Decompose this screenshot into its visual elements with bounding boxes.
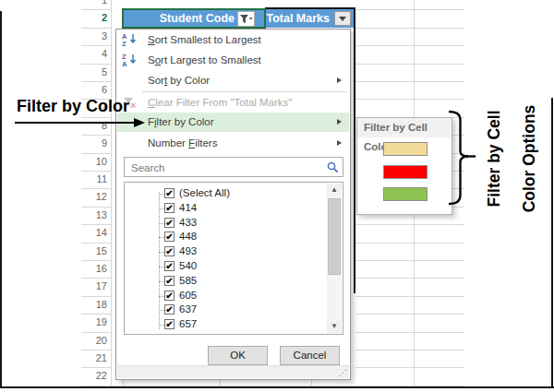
gridline <box>355 81 464 82</box>
checkbox-checked[interactable]: ✔ <box>164 218 175 228</box>
checkbox-checked[interactable]: ✔ <box>164 246 175 256</box>
annotation-line-1: Filter by Cell <box>476 94 512 223</box>
filter-value-row[interactable]: ✔433 <box>125 216 323 231</box>
checkbox-checked[interactable]: ✔ <box>164 232 175 242</box>
filter-value-label: 657 <box>179 317 197 332</box>
gridline <box>355 243 464 244</box>
row-number-17[interactable]: 17 <box>81 278 107 295</box>
row-number-3[interactable]: 3 <box>81 28 107 45</box>
cell-color-swatch-tan[interactable] <box>383 142 428 156</box>
menu-item-label: Sort Smallest to Largest <box>148 30 261 50</box>
gridline <box>355 28 464 29</box>
filter-value-label: 493 <box>179 244 197 259</box>
ok-button[interactable]: OK <box>208 346 268 365</box>
table-top-border <box>265 7 355 9</box>
row-number-4[interactable]: 4 <box>81 45 107 63</box>
menu-separator <box>142 91 347 92</box>
filter-value-row[interactable]: ✔(Select All) <box>125 186 323 201</box>
row-number-11[interactable]: 11 <box>81 171 107 188</box>
row-number-16[interactable]: 16 <box>81 260 107 278</box>
gridline <box>355 99 464 100</box>
checkbox-checked[interactable]: ✔ <box>164 203 175 213</box>
row-number-2[interactable]: 2 <box>81 9 107 27</box>
checkbox-checked[interactable]: ✔ <box>164 261 175 271</box>
filter-value-row[interactable]: ✔540 <box>125 259 323 274</box>
filter-value-label: 637 <box>179 303 197 317</box>
filter-value-row[interactable]: ✔493 <box>125 244 323 259</box>
row-number-20[interactable]: 20 <box>81 332 107 350</box>
row-number-18[interactable]: 18 <box>81 296 107 314</box>
panel-footer: ⋰ <box>117 365 349 378</box>
checkbox-checked[interactable]: ✔ <box>164 304 175 315</box>
frame-left-border <box>0 11 2 388</box>
scroll-down-arrow[interactable]: ▼ <box>327 320 342 333</box>
filter-value-row[interactable]: ✔704 <box>125 332 323 335</box>
checkbox-checked[interactable]: ✔ <box>164 188 175 198</box>
filter-value-label: 605 <box>179 289 197 303</box>
list-scrollbar[interactable]: ▲ ▼ <box>327 184 342 333</box>
filter-value-row[interactable]: ✔657 <box>125 317 323 332</box>
filter-value-row[interactable]: ✔448 <box>125 230 323 244</box>
checkbox-checked[interactable]: ✔ <box>164 334 175 335</box>
annotation-filter-by-color: Filter by Color <box>17 97 129 116</box>
annotation-line-2: Color Options <box>512 94 547 223</box>
checkbox-checked[interactable]: ✔ <box>164 276 175 286</box>
filter-value-label: 433 <box>179 216 197 231</box>
menu-item-sort-by-color[interactable]: Sort by Color <box>117 71 349 90</box>
header-label: Total Marks <box>266 12 330 25</box>
menu-item-sort-largest-to-smallest[interactable]: ZASort Largest to Smallest <box>117 51 349 70</box>
menu-item-filter-by-color[interactable]: Filter by Color <box>117 113 349 132</box>
scroll-thumb[interactable] <box>328 198 341 275</box>
menu-item-label: Sort by Color <box>148 71 210 90</box>
filter-value-label: (Select All) <box>179 186 230 201</box>
total-marks-filter-button[interactable] <box>334 11 351 26</box>
menu-item-sort-smallest-to-largest[interactable]: AZSort Smallest to Largest <box>117 30 349 50</box>
selection-border <box>122 8 266 29</box>
row-number-10[interactable]: 10 <box>81 153 107 171</box>
gridline <box>355 332 464 333</box>
gridline <box>355 64 464 65</box>
checkbox-checked[interactable]: ✔ <box>164 291 175 301</box>
search-icon[interactable] <box>327 161 339 173</box>
annotation-brace-icon <box>446 109 479 207</box>
filter-by-cell-color-submenu: Filter by Cell Color <box>356 117 452 215</box>
row-number-13[interactable]: 13 <box>81 207 107 224</box>
sort-az-icon: AZ <box>122 32 137 47</box>
cell-color-swatch-red[interactable] <box>383 165 428 179</box>
annotation-arrow-icon <box>13 116 146 129</box>
sort-za-icon: ZA <box>122 53 137 67</box>
cell-color-swatch-green[interactable] <box>383 187 428 201</box>
filter-value-row[interactable]: ✔605 <box>125 289 323 303</box>
filter-value-label: 585 <box>179 274 197 289</box>
gridline <box>355 224 464 225</box>
cancel-button[interactable]: Cancel <box>280 346 340 365</box>
submenu-arrow-icon <box>337 77 342 83</box>
row-number-21[interactable]: 21 <box>81 350 107 367</box>
row-number-12[interactable]: 12 <box>81 188 107 206</box>
scroll-up-arrow[interactable]: ▲ <box>327 184 342 196</box>
row-number-9[interactable]: 9 <box>81 135 107 152</box>
menu-item-number-filters[interactable]: Number Filters <box>117 134 349 153</box>
table-right-border <box>354 7 355 293</box>
search-box <box>124 157 343 177</box>
resize-grip[interactable]: ⋰ <box>339 367 347 378</box>
filter-value-row[interactable]: ✔585 <box>125 274 323 289</box>
row-number-22[interactable]: 22 <box>81 367 107 385</box>
search-input[interactable] <box>129 159 322 177</box>
gridline <box>355 350 464 350</box>
gridline <box>355 278 464 279</box>
gridline <box>355 260 464 261</box>
row-number-15[interactable]: 15 <box>81 243 107 260</box>
row-number-1[interactable]: 1 <box>81 0 107 9</box>
checkbox-checked[interactable]: ✔ <box>164 319 175 329</box>
frame-bottom-border <box>0 386 554 388</box>
filter-value-row[interactable]: ✔637 <box>125 303 323 317</box>
row-number-5[interactable]: 5 <box>81 64 107 81</box>
filter-value-list: ✔(Select All)✔414✔433✔448✔493✔540✔585✔60… <box>124 182 343 335</box>
menu-item-label: Sort Largest to Smallest <box>148 51 261 70</box>
filter-value-label: 448 <box>179 230 197 244</box>
row-number-14[interactable]: 14 <box>81 224 107 242</box>
row-number-19[interactable]: 19 <box>81 314 107 331</box>
filter-value-row[interactable]: ✔414 <box>125 201 323 216</box>
gridline <box>355 9 464 10</box>
